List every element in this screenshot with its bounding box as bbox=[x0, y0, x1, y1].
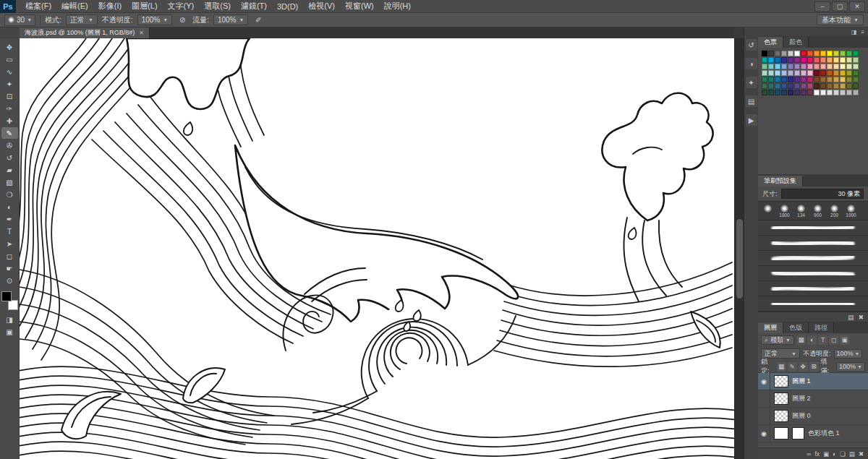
swatch[interactable] bbox=[853, 83, 859, 89]
brush-stroke-item[interactable] bbox=[758, 281, 868, 296]
swatch[interactable] bbox=[768, 51, 774, 56]
layer-mask-thumbnail[interactable] bbox=[792, 427, 804, 439]
swatch[interactable] bbox=[814, 83, 820, 89]
menu-item[interactable]: 視窗(W) bbox=[340, 0, 379, 12]
workspace-switcher[interactable]: 基本功能 ▼ bbox=[817, 14, 864, 25]
swatch[interactable] bbox=[775, 83, 780, 89]
zoom-tool[interactable]: ⊙ bbox=[1, 275, 18, 286]
swatch[interactable] bbox=[833, 90, 839, 95]
visibility-toggle[interactable]: ◉ bbox=[758, 373, 770, 390]
menu-item[interactable]: 說明(H) bbox=[379, 0, 416, 12]
brush-tip[interactable] bbox=[760, 202, 775, 220]
swatch[interactable] bbox=[846, 70, 852, 76]
swatch[interactable] bbox=[814, 51, 820, 56]
swatch[interactable] bbox=[762, 90, 767, 95]
menu-item[interactable]: 編輯(E) bbox=[56, 0, 93, 12]
swatch[interactable] bbox=[794, 51, 800, 56]
visibility-toggle[interactable]: ◉ bbox=[758, 425, 770, 442]
swatch[interactable] bbox=[833, 70, 839, 76]
menu-item[interactable]: 選取(S) bbox=[199, 0, 236, 12]
swatch[interactable] bbox=[781, 64, 787, 69]
minimize-button[interactable]: – bbox=[814, 1, 830, 12]
brush-stroke-item[interactable] bbox=[758, 251, 868, 266]
swatch[interactable] bbox=[827, 57, 833, 63]
pressure-opacity-icon[interactable]: ⊘ bbox=[176, 14, 188, 25]
swatch[interactable] bbox=[820, 90, 826, 95]
swatch[interactable] bbox=[794, 90, 800, 95]
blur-tool[interactable]: ❍ bbox=[1, 189, 18, 200]
brush-tool[interactable]: ✎ bbox=[1, 127, 18, 139]
layer-thumbnail[interactable] bbox=[774, 392, 788, 405]
swatch[interactable] bbox=[840, 90, 846, 95]
link-layers-button[interactable]: ∞ bbox=[807, 450, 811, 458]
path-select-tool[interactable]: ➤ bbox=[1, 238, 18, 249]
layer-name[interactable]: 圖層 0 bbox=[792, 411, 811, 421]
marquee-tool[interactable]: ▭ bbox=[1, 53, 18, 65]
swatch[interactable] bbox=[768, 70, 774, 76]
swatch[interactable] bbox=[827, 77, 833, 82]
swatch[interactable] bbox=[853, 90, 859, 95]
swatch[interactable] bbox=[781, 57, 787, 63]
swatch[interactable] bbox=[820, 83, 826, 89]
layer-row[interactable]: ◉ 色彩填色 1 bbox=[758, 425, 868, 442]
layer-row[interactable]: ◉ 圖層 2 bbox=[758, 390, 868, 408]
swatch[interactable] bbox=[762, 77, 767, 82]
swatch[interactable] bbox=[833, 83, 839, 89]
swatch[interactable] bbox=[781, 70, 787, 76]
swatch[interactable] bbox=[801, 57, 807, 63]
layer-style-button[interactable]: fx bbox=[814, 450, 820, 458]
lasso-tool[interactable]: ∿ bbox=[1, 66, 18, 77]
dock-actions-icon[interactable]: ▶ bbox=[746, 114, 757, 126]
swatch[interactable] bbox=[833, 64, 839, 69]
swatch[interactable] bbox=[827, 70, 833, 76]
clone-stamp-tool[interactable]: ✇ bbox=[1, 140, 18, 151]
swatch[interactable] bbox=[801, 70, 807, 76]
dock-styles-icon[interactable]: ✦ bbox=[746, 77, 757, 88]
swatch[interactable] bbox=[846, 51, 852, 56]
swatch[interactable] bbox=[820, 70, 826, 76]
shape-tool[interactable]: ◻ bbox=[1, 250, 18, 262]
airbrush-icon[interactable]: ✐ bbox=[252, 14, 264, 25]
swatch[interactable] bbox=[827, 90, 833, 95]
background-color-chip[interactable] bbox=[8, 300, 18, 310]
swatch[interactable] bbox=[807, 51, 813, 56]
swatch[interactable] bbox=[840, 77, 846, 82]
opacity-select[interactable]: 100% ▼ bbox=[137, 14, 173, 25]
blend-mode-select[interactable]: 正常 ▼ bbox=[66, 14, 98, 25]
swatch[interactable] bbox=[814, 64, 820, 69]
visibility-toggle[interactable]: ◉ bbox=[758, 390, 770, 407]
type-tool[interactable]: T bbox=[1, 226, 18, 237]
swatch[interactable] bbox=[775, 70, 780, 76]
brush-tip[interactable]: 1000 bbox=[843, 202, 859, 220]
dock-info-icon[interactable]: ▤ bbox=[746, 95, 757, 107]
new-group-button[interactable]: ❏ bbox=[840, 450, 846, 458]
swatch[interactable] bbox=[807, 70, 813, 76]
swatch[interactable] bbox=[814, 57, 820, 63]
swatch[interactable] bbox=[794, 77, 800, 82]
screen-mode-button[interactable]: ▣ bbox=[1, 326, 18, 338]
layer-fill-input[interactable]: 100% ▼ bbox=[836, 362, 865, 372]
swatch[interactable] bbox=[820, 51, 826, 56]
swatch[interactable] bbox=[820, 77, 826, 82]
swatch[interactable] bbox=[781, 90, 787, 95]
swatch[interactable] bbox=[820, 64, 826, 69]
swatch[interactable] bbox=[840, 51, 846, 56]
lock-icon[interactable]: ✥ bbox=[799, 362, 808, 372]
swatch[interactable] bbox=[840, 83, 846, 89]
swatch[interactable] bbox=[833, 77, 839, 82]
swatch[interactable] bbox=[833, 51, 839, 56]
eraser-tool[interactable]: ▰ bbox=[1, 164, 18, 176]
swatch[interactable] bbox=[853, 70, 859, 76]
swatch[interactable] bbox=[768, 57, 774, 63]
swatch[interactable] bbox=[801, 83, 807, 89]
brush-tip[interactable]: 900 bbox=[810, 202, 825, 220]
layer-name[interactable]: 圖層 2 bbox=[792, 394, 811, 403]
layer-opacity-input[interactable]: 100% ▼ bbox=[834, 349, 863, 359]
swatch[interactable] bbox=[807, 83, 813, 89]
eyedropper-tool[interactable]: ✑ bbox=[1, 103, 18, 114]
brush-tip[interactable]: 134 bbox=[793, 202, 809, 220]
panel-head-icon[interactable]: ≡ bbox=[861, 29, 864, 35]
swatch[interactable] bbox=[788, 77, 793, 82]
filter-type-icon[interactable]: ▦ bbox=[796, 335, 806, 345]
dock-adjustments-icon[interactable]: ◑ bbox=[746, 58, 757, 69]
